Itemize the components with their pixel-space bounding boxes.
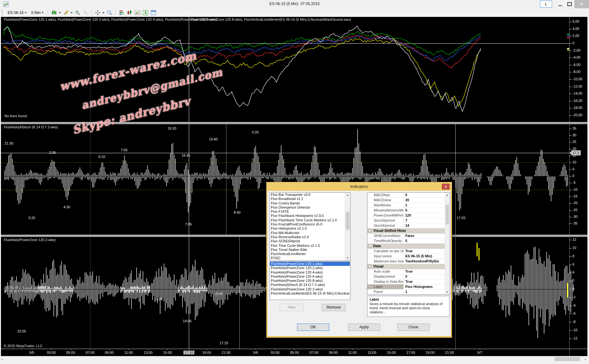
dialog-titlebar[interactable]: Indicators x	[266, 182, 452, 191]
available-indicator-item[interactable]: Flux F16TE	[270, 210, 344, 214]
dollar-button[interactable]: $	[142, 10, 148, 16]
property-value[interactable]: ES 06-15 (5 Min)	[404, 254, 450, 259]
available-indicator-item[interactable]: Flux Trend Stalker Elite	[270, 248, 344, 252]
property-value[interactable]: 0	[404, 274, 450, 279]
collapse-icon[interactable]: −	[368, 229, 371, 232]
available-indicator-item[interactable]: Flux Contra Bands	[270, 201, 344, 205]
new-button[interactable]: New	[280, 304, 303, 311]
available-indicator-item[interactable]: Flux MA Multicolor	[270, 231, 344, 235]
property-row[interactable]: Calculate on bar closTrue	[367, 249, 450, 254]
close-button[interactable]: ✕	[574, 0, 589, 8]
available-indicator-item[interactable]: Flux Broadhead v1.1	[270, 197, 344, 201]
property-group-row[interactable]: −Visual	[367, 264, 450, 269]
chevron-down-icon[interactable]	[71, 12, 73, 13]
property-row[interactable]: Input seriesES 06-15 (5 Min)	[367, 254, 450, 259]
ok-button[interactable]: OK	[297, 324, 329, 331]
property-row[interactable]: TimeBlockOpacity5	[367, 239, 450, 244]
available-indicator-item[interactable]: Flux Flashback Time Cycle Markers v2.1.0	[270, 218, 344, 222]
configured-indicator-item[interactable]: FluxHisto(PowerZone 120 4-wks)	[270, 270, 350, 275]
drawing-tools-button[interactable]	[63, 10, 69, 16]
instrument-selector[interactable]: ES 06-15	[6, 10, 28, 16]
property-row[interactable]: StochKperiod14	[367, 223, 450, 228]
configured-indicator-item[interactable]: FluxVerticalLineAlerter(ES 06-15 (5 Min)…	[270, 291, 350, 296]
property-value[interactable]: 120	[404, 213, 450, 218]
zoom-out-button[interactable]	[82, 10, 89, 16]
chart-style-button[interactable]	[51, 10, 57, 16]
remove-button[interactable]: Remove	[322, 304, 345, 311]
chart-trader-button[interactable]	[126, 10, 132, 16]
available-indicator-item[interactable]: Flux Time Cycle Markers v2.1.0	[270, 244, 344, 248]
property-value[interactable]: 20	[404, 198, 450, 203]
configured-indicators-list[interactable]: FluxHisto(PowerZone 120 1-wks)FluxHisto(…	[270, 261, 351, 300]
available-indicator-item[interactable]: Flux Divergence Detector	[270, 205, 344, 210]
available-indicator-item[interactable]: Flux SCREENprint	[270, 239, 344, 243]
configured-indicator-item[interactable]: FluxHisto(PowerZone 120 2-wks)	[270, 287, 350, 291]
maximize-button[interactable]	[565, 0, 574, 8]
collapse-icon[interactable]: −	[368, 245, 371, 247]
scroll-down-icon[interactable]: ▼	[445, 290, 450, 295]
property-row[interactable]: MaxWeeks1	[367, 203, 450, 208]
property-value[interactable]: True	[404, 249, 450, 253]
configured-indicator-item[interactable]: FluxHisto(AStoch (K:14 D:7 2-wks)	[270, 283, 350, 287]
data-grid-button[interactable]	[150, 10, 156, 16]
scroll-right-arrow-icon[interactable]: ›	[585, 356, 586, 362]
collapse-icon[interactable]: −	[368, 265, 371, 268]
property-row[interactable]: LabelFlux Histograms	[367, 284, 450, 289]
property-value[interactable]: 14	[404, 223, 450, 228]
market-depth-button[interactable]	[118, 10, 124, 16]
scrollbar-thumb[interactable]	[446, 205, 449, 225]
available-indicator-item[interactable]: Flux FractalPivotConfluence v5.0	[270, 222, 344, 226]
property-row[interactable]: Maximum bars look lTwoHundredFiftySix	[367, 259, 450, 264]
apply-button[interactable]: Apply	[348, 324, 380, 331]
property-row[interactable]: MACDslow20	[367, 198, 450, 203]
property-value[interactable]: 0	[404, 208, 450, 213]
property-value[interactable]: 5	[404, 239, 450, 243]
property-value[interactable]: TwoHundredFiftySix	[404, 259, 450, 264]
property-value[interactable]: 5	[404, 193, 450, 197]
interval-selector[interactable]: 5 Min	[30, 10, 45, 16]
property-row[interactable]: MinutesAdvanceWar0	[367, 208, 450, 213]
chevron-down-icon[interactable]	[59, 12, 61, 13]
list-scrollbar[interactable]: ▲ ▼	[345, 193, 350, 261]
property-row[interactable]: StochDperiod7	[367, 218, 450, 223]
link-button[interactable]: L	[540, 1, 552, 8]
available-indicators-list[interactable]: ▲ ▼ Flux Bar Transporter v3.0Flux Broadh…	[270, 192, 351, 261]
property-value[interactable]: True	[404, 269, 450, 274]
property-row[interactable]: Auto scaleTrue	[367, 269, 450, 274]
available-indicator-item[interactable]: Flux Histograms v2.1.0	[270, 226, 344, 231]
property-group-row[interactable]: −Visual Shifted Histo	[367, 228, 450, 233]
configured-indicator-item[interactable]: FluxHisto(PowerZone 120 2-wks)	[270, 266, 350, 270]
mini-chart-button[interactable]	[134, 10, 140, 16]
crosshair-button[interactable]	[95, 10, 101, 16]
close-dialog-button[interactable]: Close	[397, 324, 429, 331]
available-indicator-item[interactable]: Flux Bar Transporter v3.0	[270, 193, 344, 197]
available-indicator-item[interactable]: FOSC	[270, 256, 344, 260]
property-row[interactable]: Display in Data BoxTrue	[367, 279, 450, 284]
scroll-down-icon[interactable]: ▼	[345, 256, 350, 261]
configured-indicator-item[interactable]: FluxHisto(PowerZone 120 6-wks)	[270, 275, 350, 279]
dialog-close-button[interactable]: x	[442, 184, 450, 189]
property-row[interactable]: PowerZoneMAPerioc120	[367, 213, 450, 218]
property-row[interactable]: Panel1	[367, 289, 450, 295]
property-value[interactable]: False	[404, 233, 450, 238]
property-value[interactable]: 1	[404, 203, 450, 208]
scroll-up-icon[interactable]: ▲	[345, 193, 350, 197]
properties-grid[interactable]: MACDfast5MACDslow20MaxWeeks1MinutesAdvan…	[367, 192, 450, 295]
zoom-in-button[interactable]	[75, 10, 81, 16]
chevron-down-icon[interactable]	[103, 12, 104, 13]
scroll-up-icon[interactable]: ▲	[445, 193, 450, 197]
minimize-button[interactable]	[555, 0, 565, 8]
configured-indicator-item[interactable]: FluxHisto(PowerZone 120 8-wks)	[270, 279, 350, 283]
property-row[interactable]: MACDfast5	[367, 193, 450, 198]
available-indicator-item[interactable]: FluxVerticalLineAlerter	[270, 252, 344, 256]
property-group-row[interactable]: −Data	[367, 244, 450, 249]
scroll-left-arrow-icon[interactable]: ‹	[1, 356, 3, 362]
grid-scrollbar[interactable]: ▲ ▼	[445, 193, 450, 295]
scrollbar-thumb[interactable]	[555, 357, 580, 361]
magnifier-button[interactable]	[106, 10, 112, 16]
property-row[interactable]: ShiftCurrentHistoFalse	[367, 233, 450, 239]
toolbar-grip-handle[interactable]	[2, 10, 4, 16]
property-value[interactable]: True	[404, 279, 450, 284]
available-indicator-item[interactable]: Flux ReverseRadar v2.4	[270, 235, 344, 239]
available-indicator-item[interactable]: Flux Flashback Histograms v2.0.0	[270, 214, 344, 218]
